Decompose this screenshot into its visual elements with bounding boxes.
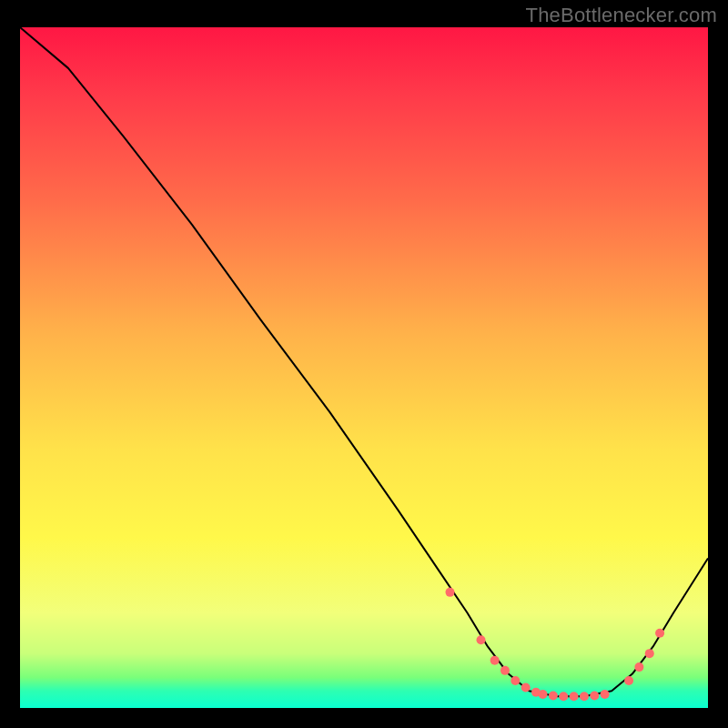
bottleneck-chart-canvas (0, 0, 728, 728)
chart-stage: TheBottlenecker.com (0, 0, 728, 728)
watermark-label: TheBottlenecker.com (526, 4, 717, 27)
